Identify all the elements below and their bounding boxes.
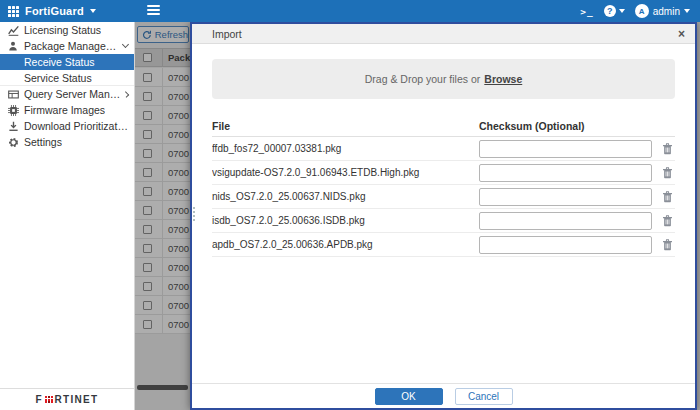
sidebar-item-service-status[interactable]: Service Status xyxy=(0,70,134,86)
chevron-down-icon xyxy=(90,9,96,13)
avatar: A xyxy=(635,4,649,18)
fortinet-logo: F RTINET xyxy=(36,394,99,405)
file-row: nids_OS7.2.0_25.00637.NIDS.pkg xyxy=(212,185,675,209)
sidebar-nav: Licensing Status Package Management Rece… xyxy=(0,22,134,388)
file-column-header: File xyxy=(212,120,479,132)
modal-header: Import × xyxy=(192,24,695,44)
sidebar-item-licensing-status[interactable]: Licensing Status xyxy=(0,22,134,38)
gear-icon xyxy=(7,136,19,148)
top-bar: FortiGuard >_ ? A admin xyxy=(0,0,700,22)
top-bar-right: >_ ? A admin xyxy=(580,4,700,18)
file-row: vsigupdate-OS7.2.0_91.06943.ETDB.High.pk… xyxy=(212,161,675,185)
sidebar-footer: F RTINET xyxy=(0,388,134,410)
file-name: apdb_OS7.2.0_25.00636.APDB.pkg xyxy=(212,239,479,250)
file-rows: ffdb_fos72_00007.03381.pkg vsigupdate-OS… xyxy=(212,137,675,257)
content-area: Refresh Packa 0700 0700 0700 0700 0700 0… xyxy=(135,22,700,410)
modal-title: Import xyxy=(212,28,242,40)
admin-menu[interactable]: A admin xyxy=(635,4,690,18)
delete-file-icon[interactable] xyxy=(662,239,673,251)
sidebar: Licensing Status Package Management Rece… xyxy=(0,22,135,410)
delete-file-icon[interactable] xyxy=(662,143,673,155)
query-card-icon xyxy=(7,88,19,100)
delete-file-icon[interactable] xyxy=(662,191,673,203)
sidebar-item-query-server-management[interactable]: Query Server Manageme... xyxy=(0,86,134,102)
help-menu[interactable]: ? xyxy=(604,5,625,17)
file-row: isdb_OS7.2.0_25.00636.ISDB.pkg xyxy=(212,209,675,233)
help-icon: ? xyxy=(604,5,616,17)
sidebar-item-settings[interactable]: Settings xyxy=(0,134,134,150)
browse-link[interactable]: Browse xyxy=(484,73,522,85)
sidebar-item-package-management[interactable]: Package Management xyxy=(0,38,134,54)
file-name: ffdb_fos72_00007.03381.pkg xyxy=(212,143,479,154)
file-table: File Checksum (Optional) ffdb_fos72_0000… xyxy=(212,115,675,257)
ok-button[interactable]: OK xyxy=(375,388,443,405)
file-name: vsigupdate-OS7.2.0_91.06943.ETDB.High.pk… xyxy=(212,167,479,178)
delete-file-icon[interactable] xyxy=(662,215,673,227)
chevron-down-icon xyxy=(619,9,625,13)
checksum-input[interactable] xyxy=(479,236,652,254)
file-row: ffdb_fos72_00007.03381.pkg xyxy=(212,137,675,161)
menu-toggle-icon[interactable] xyxy=(147,5,160,17)
checksum-input[interactable] xyxy=(479,188,652,206)
cancel-button[interactable]: Cancel xyxy=(455,388,513,405)
resize-grip[interactable] xyxy=(192,206,196,222)
checksum-input[interactable] xyxy=(479,140,652,158)
product-title: FortiGuard xyxy=(25,5,84,17)
download-icon xyxy=(7,120,19,132)
admin-label: admin xyxy=(653,6,680,17)
app-window: FortiGuard >_ ? A admin Licensing Stat xyxy=(0,0,700,410)
delete-file-icon[interactable] xyxy=(662,167,673,179)
file-name: nids_OS7.2.0_25.00637.NIDS.pkg xyxy=(212,191,479,202)
fortinet-grid-icon xyxy=(45,396,53,404)
modal-body: Drag & Drop your files or Browse File Ch… xyxy=(192,44,695,383)
file-dropzone[interactable]: Drag & Drop your files or Browse xyxy=(212,59,675,99)
modal-footer: OK Cancel xyxy=(192,383,695,408)
import-modal: Import × Drag & Drop your files or Brows… xyxy=(190,22,697,410)
checksum-column-header: Checksum (Optional) xyxy=(479,120,585,132)
file-row: apdb_OS7.2.0_25.00636.APDB.pkg xyxy=(212,233,675,257)
apps-grid-icon xyxy=(8,6,19,17)
checksum-input[interactable] xyxy=(479,164,652,182)
sidebar-item-receive-status[interactable]: Receive Status xyxy=(0,54,134,70)
checksum-input[interactable] xyxy=(479,212,652,230)
file-name: isdb_OS7.2.0_25.00636.ISDB.pkg xyxy=(212,215,479,226)
user-icon xyxy=(7,40,19,52)
cli-console-icon[interactable]: >_ xyxy=(580,6,593,17)
app-launcher[interactable]: FortiGuard xyxy=(0,5,135,17)
sidebar-item-download-prioritization[interactable]: Download Prioritization xyxy=(0,118,134,134)
close-icon[interactable]: × xyxy=(678,28,685,40)
file-table-header: File Checksum (Optional) xyxy=(212,115,675,137)
line-chart-icon xyxy=(7,24,19,36)
sidebar-item-firmware-images[interactable]: Firmware Images xyxy=(0,102,134,118)
chip-icon xyxy=(7,104,19,116)
chevron-down-icon xyxy=(684,9,690,13)
